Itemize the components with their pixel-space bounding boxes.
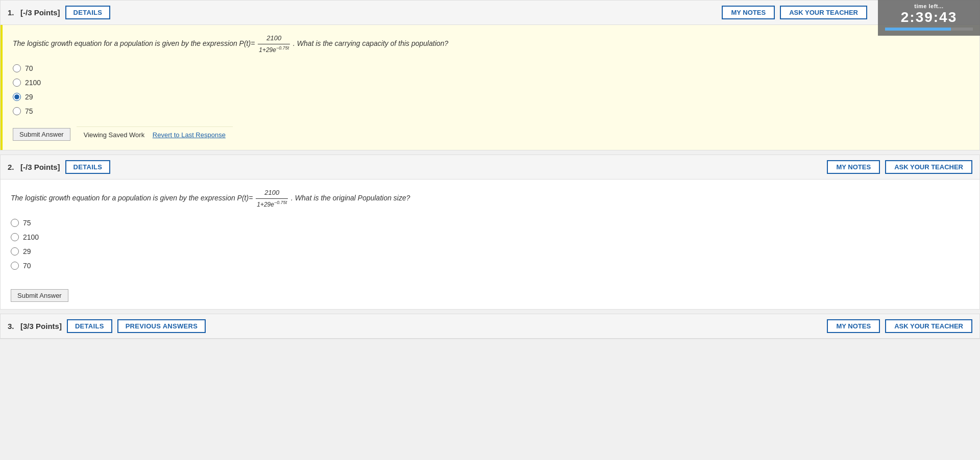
option-2-0: 75 — [11, 219, 969, 227]
option-label-q2-1: 2100 — [23, 233, 39, 241]
saved-work-text-1: Viewing Saved Work — [84, 131, 144, 139]
option-1-2: 29 — [13, 93, 969, 101]
details-button-3[interactable]: DETAILS — [67, 319, 112, 333]
option-1-1: 2100 — [13, 79, 969, 87]
ask-teacher-button-2[interactable]: ASK YOUR TEACHER — [885, 160, 972, 174]
radio-q1-2[interactable] — [13, 93, 21, 101]
question-number-2: 2. [-/3 Points] — [8, 163, 60, 171]
option-2-1: 2100 — [11, 233, 969, 241]
prev-answers-button-3[interactable]: PREVIOUS ANSWERS — [117, 319, 206, 333]
submit-row-2: Submit Answer — [1, 284, 979, 309]
option-label-q2-2: 29 — [23, 247, 31, 255]
radio-q2-0[interactable] — [11, 219, 19, 227]
radio-q1-0[interactable] — [13, 64, 21, 72]
timer-bar-container — [885, 28, 973, 31]
question-header-2: 2. [-/3 Points] DETAILS MY NOTES ASK YOU… — [1, 155, 979, 180]
option-1-3: 75 — [13, 107, 969, 115]
submit-row-1: Submit Answer Viewing Saved Work Revert … — [3, 121, 979, 150]
timer-label: time left... — [885, 3, 973, 9]
revert-link-1[interactable]: Revert to Last Response — [153, 131, 226, 139]
question-block-3: 3. [3/3 Points] DETAILS PREVIOUS ANSWERS… — [0, 314, 980, 339]
saved-work-bar-1: Viewing Saved Work Revert to Last Respon… — [77, 126, 233, 143]
q1-highlighted-body: The logistic growth equation for a popul… — [1, 25, 979, 150]
option-label-q2-0: 75 — [23, 219, 31, 227]
submit-button-2[interactable]: Submit Answer — [11, 289, 68, 302]
my-notes-button-1[interactable]: MY NOTES — [722, 6, 775, 19]
my-notes-button-2[interactable]: MY NOTES — [827, 160, 880, 174]
option-label-q1-2: 29 — [25, 93, 33, 101]
ask-teacher-button-3[interactable]: ASK YOUR TEACHER — [885, 319, 972, 333]
option-2-3: 70 — [11, 262, 969, 270]
timer-bar — [885, 28, 951, 31]
fraction-q1: 2100 1+29e−0.75t — [258, 33, 290, 55]
radio-q2-3[interactable] — [11, 262, 19, 270]
fraction-q2: 2100 1+29e−0.75t — [256, 188, 288, 210]
radio-q1-1[interactable] — [13, 79, 21, 87]
radio-q1-3[interactable] — [13, 107, 21, 115]
radio-q2-2[interactable] — [11, 247, 19, 255]
question-text-1: The logistic growth equation for a popul… — [13, 33, 969, 55]
radio-q2-1[interactable] — [11, 233, 19, 241]
question-block-2: 2. [-/3 Points] DETAILS MY NOTES ASK YOU… — [0, 155, 980, 310]
option-1-0: 70 — [13, 64, 969, 72]
q1-inner: The logistic growth equation for a popul… — [3, 25, 979, 115]
question-number-1: 1. [-/3 Points] — [8, 8, 60, 17]
question-body-2: The logistic growth equation for a popul… — [1, 180, 979, 284]
question-number-3: 3. [3/3 Points] — [8, 322, 62, 330]
option-label-q1-0: 70 — [25, 64, 33, 72]
question-block-1: 1. [-/3 Points] DETAILS MY NOTES ASK YOU… — [0, 0, 980, 150]
timer-value: 2:39:43 — [885, 9, 973, 25]
option-label-q2-3: 70 — [23, 262, 31, 270]
question-text-2: The logistic growth equation for a popul… — [11, 188, 969, 210]
details-button-1[interactable]: DETAILS — [65, 6, 111, 19]
question-header-1: 1. [-/3 Points] DETAILS MY NOTES ASK YOU… — [1, 1, 979, 25]
timer-overlay: time left... 2:39:43 — [878, 0, 980, 36]
page-wrapper: time left... 2:39:43 1. [-/3 Points] DET… — [0, 0, 980, 460]
details-button-2[interactable]: DETAILS — [65, 160, 111, 174]
option-label-q1-1: 2100 — [25, 79, 41, 87]
submit-button-1[interactable]: Submit Answer — [13, 128, 70, 141]
question-header-3: 3. [3/3 Points] DETAILS PREVIOUS ANSWERS… — [1, 314, 979, 339]
my-notes-button-3[interactable]: MY NOTES — [827, 319, 880, 333]
option-2-2: 29 — [11, 247, 969, 255]
ask-teacher-button-1[interactable]: ASK YOUR TEACHER — [780, 6, 867, 19]
option-label-q1-3: 75 — [25, 107, 33, 115]
